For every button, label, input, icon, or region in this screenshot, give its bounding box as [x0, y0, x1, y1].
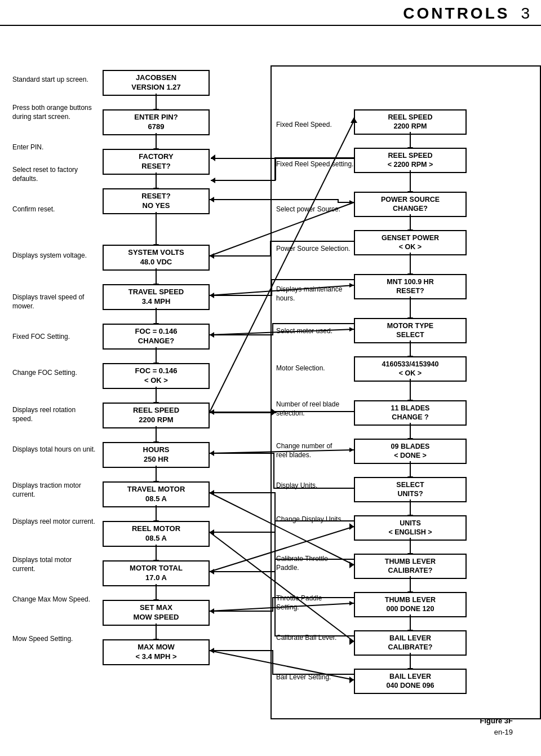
box-foc-change: FOC = 0.146 CHANGE? — [103, 324, 210, 350]
annot-a4: Select reset to factory defaults. — [12, 166, 96, 183]
mid-label-m5: Displays maintenance hours. — [276, 285, 344, 303]
box-bail-lever-val: BAIL LEVER 040 DONE 096 — [354, 669, 467, 694]
header-title: CONTROLS — [403, 5, 509, 23]
arrow-r6-r7 — [410, 341, 411, 356]
box-reel-motor: REEL MOTOR 08.5 A — [103, 521, 210, 547]
arrow-r9-r10 — [410, 461, 411, 477]
arrow-b5-b6 — [156, 268, 157, 284]
box-enter-pin: ENTER PIN? 6789 — [103, 109, 210, 135]
arrowhead-b9-right — [272, 409, 276, 415]
mid-label-m14: Calibrate Bail Lever. — [276, 634, 344, 643]
arrow-b2-b3 — [156, 133, 157, 149]
arrow-feedback-v1 — [275, 158, 276, 180]
arrow-r8-r9 — [410, 423, 411, 439]
annot-a10: Displays reel rotation speed. — [12, 406, 96, 423]
svg-marker-5 — [210, 253, 214, 259]
arrow-r4-r5 — [410, 253, 411, 274]
mid-label-m1: Fixed Reel Speed. — [276, 121, 332, 130]
svg-marker-21 — [210, 529, 214, 535]
box-genset-power: GENSET POWER < OK > — [354, 230, 467, 255]
arrowhead-feedback-factory — [211, 154, 215, 161]
arrow-b6-b7 — [156, 308, 157, 324]
mid-label-m13: Throttle Paddle Setting. — [276, 594, 344, 612]
arrow-r7-r8 — [410, 379, 411, 400]
arrow-r1-r2 — [410, 132, 411, 148]
arrow-r13-r14 — [410, 614, 411, 630]
annot-a8: Fixed FOC Setting. — [12, 333, 96, 342]
box-motor-type: MOTOR TYPE SELECT — [354, 318, 467, 343]
arrow-b10-b11 — [156, 466, 157, 481]
svg-marker-8 — [210, 293, 214, 298]
arrow-b14-b15 — [156, 624, 157, 639]
svg-marker-2 — [211, 178, 215, 183]
annot-a16: Mow Speed Setting. — [12, 635, 96, 644]
annot-a2: Press both orange buttons during start s… — [12, 104, 96, 121]
box-travel-motor: TRAVEL MOTOR 08.5 A — [103, 481, 210, 507]
arrow-r11-r12 — [410, 538, 411, 554]
arrow-r2-to-feedback — [275, 158, 355, 159]
box-bail-lever-cal: BAIL LEVER CALIBRATE? — [354, 630, 467, 656]
arrow-b13-b14 — [156, 584, 157, 600]
box-travel-speed: TRAVEL SPEED 3.4 MPH — [103, 284, 210, 310]
arrow-b8-b9 — [156, 387, 157, 403]
mid-label-m7: Motor Selection. — [276, 364, 344, 373]
mid-label-m9: Change number of reel blades. — [276, 442, 344, 459]
page-number: en-19 — [494, 728, 513, 736]
svg-marker-11 — [210, 332, 214, 338]
box-motor-total: MOTOR TOTAL 17.0 A — [103, 560, 210, 586]
box-mnt-hours: MNT 100.9 HR RESET? — [354, 274, 467, 299]
annot-a14: Displays total motor current. — [12, 556, 96, 573]
box-11-blades: 11 BLADES CHANGE ? — [354, 400, 467, 426]
figure-label: Figure 3F — [480, 717, 513, 725]
arrow-b3-b4 — [156, 173, 157, 188]
box-thumb-lever-val: THUMB LEVER 000 DONE 120 — [354, 592, 467, 617]
box-system-volts: SYSTEM VOLTS 48.0 VDC — [103, 245, 210, 271]
arrow-b7-b8 — [156, 347, 157, 363]
arrow-b9-right — [210, 412, 276, 413]
svg-marker-31 — [210, 197, 214, 202]
svg-marker-15 — [210, 450, 214, 456]
mid-label-m2: Fixed Reel Speed setting. — [276, 160, 353, 169]
box-units-english: UNITS < ENGLISH > — [354, 515, 467, 541]
box-hours: HOURS 250 HR — [103, 442, 210, 468]
box-reel-speed-adj: REEL SPEED < 2200 RPM > — [354, 148, 467, 173]
mid-label-m3: Select power Source. — [276, 205, 340, 214]
annot-a15: Change Max Mow Speed. — [12, 595, 96, 604]
annot-a13: Displays reel motor current. — [12, 518, 96, 527]
annot-a3: Enter PIN. — [12, 143, 96, 152]
arrow-r14-r15 — [410, 653, 411, 669]
box-jacobsen: JACOBSEN VERSION 1.27 — [103, 70, 210, 96]
arrow-r10-r11 — [410, 499, 411, 515]
mid-label-m11: Change Display Units. — [276, 515, 344, 524]
box-set-max-mow: SET MAX MOW SPEED — [103, 600, 210, 626]
arrow-feedback-factory — [211, 158, 276, 159]
mid-label-m15: Bail Lever Setting. — [276, 673, 344, 682]
annot-a12: Displays traction motor current. — [12, 481, 96, 499]
arrow-r2-r3 — [410, 170, 411, 192]
box-reset-confirm: RESET? NO YES — [103, 188, 210, 214]
svg-marker-30 — [210, 648, 214, 653]
svg-marker-27 — [210, 608, 214, 614]
mid-label-m12: Calibrate Throttle Paddle. — [276, 555, 344, 572]
annot-a5: Confirm reset. — [12, 205, 96, 214]
box-thumb-lever-cal: THUMB LEVER CALIBRATE? — [354, 554, 467, 579]
annot-a11: Displays total hours on unit. — [12, 445, 96, 454]
arrow-r3-r4 — [410, 214, 411, 230]
mid-label-m4: Power Source Selection. — [276, 245, 350, 254]
mid-label-m8: Number of reel blade selection. — [276, 400, 344, 418]
arrow-b9-b10 — [156, 426, 157, 442]
arrow-b11-b12 — [156, 505, 157, 521]
svg-marker-24 — [210, 569, 214, 574]
mid-label-m6: Select motor used. — [276, 327, 344, 336]
box-factory-reset: FACTORY RESET? — [103, 149, 210, 175]
arrow-r12-r13 — [410, 576, 411, 592]
box-reel-speed-2200: REEL SPEED 2200 RPM — [354, 109, 467, 135]
arrow-b12-b13 — [156, 545, 157, 560]
box-power-source: POWER SOURCE CHANGE? — [354, 192, 467, 217]
mid-label-m10: Display Units. — [276, 481, 344, 490]
annot-a9: Change FOC Setting. — [12, 369, 96, 378]
page-header: CONTROLS 3 — [0, 0, 541, 26]
annot-a6: Displays system voltage. — [12, 251, 96, 260]
annot-a1: Standard start up screen. — [12, 76, 96, 85]
box-select-units: SELECT UNITS? — [354, 477, 467, 502]
